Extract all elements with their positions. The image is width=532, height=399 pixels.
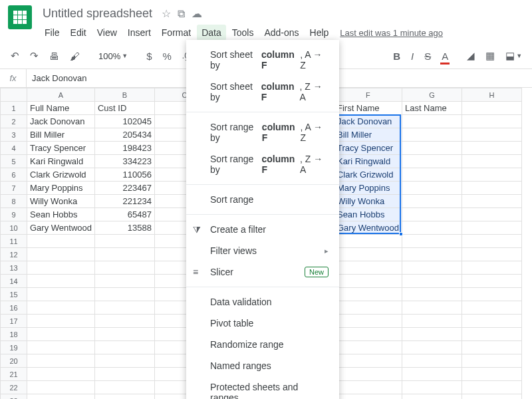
cell-H22[interactable] (462, 381, 521, 394)
cell-H14[interactable] (462, 275, 521, 288)
menu-data[interactable]: Data (197, 25, 226, 41)
cell-G9[interactable] (402, 208, 462, 221)
row-header[interactable]: 9 (1, 208, 27, 221)
cell-B16[interactable] (94, 301, 154, 315)
menu-sort-range[interactable]: Sort range (186, 189, 339, 210)
cell-F13[interactable] (334, 261, 402, 275)
cell-A6[interactable]: Clark Grizwold (27, 168, 95, 182)
cell-B22[interactable] (94, 381, 154, 394)
row-header[interactable]: 11 (1, 235, 27, 248)
row-header[interactable]: 10 (1, 221, 27, 235)
strike-button[interactable]: S (420, 48, 435, 65)
cell-F12[interactable] (334, 248, 402, 261)
cell-A8[interactable]: Willy Wonka (27, 195, 95, 208)
row-header[interactable]: 12 (1, 248, 27, 261)
row-header[interactable]: 13 (1, 261, 27, 275)
move-icon[interactable]: ⧉ (178, 8, 185, 20)
cell-H20[interactable] (462, 354, 521, 368)
col-header-G[interactable]: G (402, 88, 462, 102)
cell-B10[interactable]: 13588 (94, 221, 154, 235)
row-header[interactable]: 15 (1, 288, 27, 301)
cell-B15[interactable] (94, 288, 154, 301)
row-header[interactable]: 19 (1, 341, 27, 354)
cell-F21[interactable] (334, 368, 402, 381)
cell-G17[interactable] (402, 315, 462, 328)
cell-F23[interactable] (334, 394, 402, 400)
cell-H18[interactable] (462, 328, 521, 341)
menu-sort-sheet-za[interactable]: Sort sheet by column F, Z → A (186, 76, 339, 108)
cell-A15[interactable] (27, 288, 95, 301)
row-header[interactable]: 1 (1, 102, 27, 115)
percent-button[interactable]: % (159, 48, 176, 65)
cell-G14[interactable] (402, 275, 462, 288)
cell-A13[interactable] (27, 261, 95, 275)
cell-H11[interactable] (462, 235, 521, 248)
col-header-A[interactable]: A (27, 88, 95, 102)
cell-B17[interactable] (94, 315, 154, 328)
cell-G2[interactable] (402, 115, 462, 128)
cell-F17[interactable] (334, 315, 402, 328)
cell-B13[interactable] (94, 261, 154, 275)
cell-G11[interactable] (402, 235, 462, 248)
cell-F4[interactable]: Tracy Spencer (334, 142, 402, 155)
cell-A1[interactable]: Full Name (27, 102, 95, 115)
row-header[interactable]: 16 (1, 301, 27, 315)
cell-F7[interactable]: Mary Poppins (334, 182, 402, 195)
row-header[interactable]: 2 (1, 115, 27, 128)
cell-A17[interactable] (27, 315, 95, 328)
cell-G4[interactable] (402, 142, 462, 155)
menu-filter-views[interactable]: Filter views▸ (186, 240, 339, 261)
cell-H1[interactable] (462, 102, 521, 115)
currency-button[interactable]: $ (142, 48, 156, 65)
cell-H5[interactable] (462, 155, 521, 168)
cell-G21[interactable] (402, 368, 462, 381)
menu-edit[interactable]: Edit (66, 25, 91, 41)
cell-H19[interactable] (462, 341, 521, 354)
cell-H9[interactable] (462, 208, 521, 221)
cell-A2[interactable]: Jack Donovan (27, 115, 95, 128)
cell-F11[interactable] (334, 235, 402, 248)
cell-G19[interactable] (402, 341, 462, 354)
col-header-H[interactable]: H (462, 88, 521, 102)
row-header[interactable]: 7 (1, 182, 27, 195)
cell-H16[interactable] (462, 301, 521, 315)
paint-format-button[interactable]: 🖌 (66, 48, 84, 65)
star-icon[interactable]: ☆ (162, 7, 171, 20)
cell-F2[interactable]: Jack Donovan (334, 115, 402, 128)
cell-H21[interactable] (462, 368, 521, 381)
cell-G12[interactable] (402, 248, 462, 261)
menu-view[interactable]: View (92, 25, 122, 41)
menu-add-ons[interactable]: Add-ons (259, 25, 303, 41)
cell-A11[interactable] (27, 235, 95, 248)
text-color-button[interactable]: A (438, 48, 452, 65)
cell-A21[interactable] (27, 368, 95, 381)
menu-sort-range-za[interactable]: Sort range by column F, Z → A (186, 148, 339, 180)
menu-file[interactable]: File (40, 25, 65, 41)
cell-H8[interactable] (462, 195, 521, 208)
cell-F6[interactable]: Clark Grizwold (334, 168, 402, 182)
menu-named-ranges[interactable]: Named ranges (186, 355, 339, 376)
cell-F8[interactable]: Willy Wonka (334, 195, 402, 208)
cell-B23[interactable] (94, 394, 154, 400)
cell-H23[interactable] (462, 394, 521, 400)
cell-B9[interactable]: 65487 (94, 208, 154, 221)
row-header[interactable]: 21 (1, 368, 27, 381)
menu-sort-sheet-az[interactable]: Sort sheet by column F, A → Z (186, 44, 339, 76)
menu-data-validation[interactable]: Data validation (186, 291, 339, 313)
fill-color-button[interactable]: ◢ (463, 47, 479, 65)
cell-A4[interactable]: Tracy Spencer (27, 142, 95, 155)
cell-G20[interactable] (402, 354, 462, 368)
borders-button[interactable]: ▦ (481, 47, 499, 65)
cell-F1[interactable]: First Name (334, 102, 402, 115)
cell-A22[interactable] (27, 381, 95, 394)
menu-create-filter[interactable]: ⧩Create a filter (186, 219, 339, 240)
redo-button[interactable]: ↷ (26, 47, 43, 65)
cell-A3[interactable]: Bill Miller (27, 128, 95, 142)
row-header[interactable]: 3 (1, 128, 27, 142)
cell-G15[interactable] (402, 288, 462, 301)
row-header[interactable]: 23 (1, 394, 27, 400)
cell-B18[interactable] (94, 328, 154, 341)
cell-H12[interactable] (462, 248, 521, 261)
cell-A14[interactable] (27, 275, 95, 288)
cell-F18[interactable] (334, 328, 402, 341)
